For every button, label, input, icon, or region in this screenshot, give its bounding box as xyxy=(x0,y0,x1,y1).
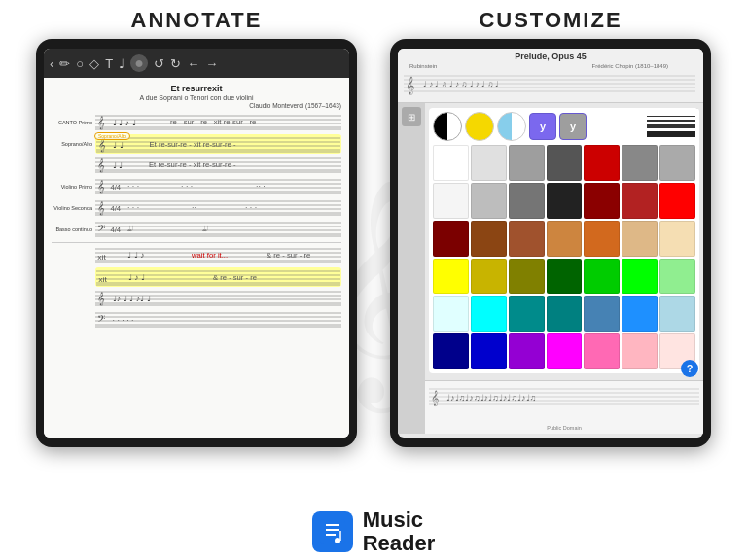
back-icon[interactable]: ‹ xyxy=(50,56,53,71)
staff-label-soprano: Soprano/Alto xyxy=(52,141,95,147)
svg-text:Et    re-sur-re - xit    re-su: Et re-sur-re - xit re-sur-re - xyxy=(149,160,236,169)
svg-rect-98 xyxy=(320,519,345,544)
color-circle-yellow[interactable] xyxy=(465,112,494,141)
color-swatch[interactable] xyxy=(584,145,620,181)
help-button[interactable]: ? xyxy=(681,360,698,377)
color-swatch[interactable] xyxy=(471,183,507,219)
grid-view-button[interactable]: ⊞ xyxy=(402,107,421,126)
color-swatch[interactable] xyxy=(471,333,507,369)
second-section-staff-hl: xit ♩ ♪ ♩ & re - sur - re xyxy=(95,267,341,287)
color-swatch[interactable] xyxy=(622,296,658,332)
color-swatch[interactable] xyxy=(659,221,695,257)
redo-icon[interactable]: ↻ xyxy=(170,56,181,71)
brand-logo-icon xyxy=(318,517,347,546)
line-thin[interactable] xyxy=(647,116,695,117)
music-icon[interactable]: ♩ xyxy=(119,56,124,71)
section-divider xyxy=(52,242,341,243)
customize-tablet: Prelude, Opus 45 Rubinstein Frédéric Cho… xyxy=(390,39,711,447)
color-swatch[interactable] xyxy=(584,333,620,369)
color-swatch[interactable] xyxy=(433,259,469,295)
color-swatch[interactable] xyxy=(547,145,583,181)
color-swatch[interactable] xyxy=(547,296,583,332)
svg-text:·  ·  ·: · · · xyxy=(127,202,139,212)
undo-icon[interactable]: ↺ xyxy=(154,56,164,71)
color-swatch[interactable] xyxy=(584,221,620,257)
staff-row-soprano: Soprano/Alto 𝄞 ♩ ♩ Et re-sur-re - x xyxy=(52,134,341,154)
color-swatch[interactable] xyxy=(547,259,583,295)
color-circle-lightblue[interactable] xyxy=(497,112,526,141)
second-section-row2: 𝄞 ♩♪ ♩ ♩ ♪♩ ♩ xyxy=(52,289,341,308)
color-swatch[interactable] xyxy=(584,183,620,219)
arrow-left-icon[interactable]: ← xyxy=(187,56,199,71)
svg-text:𝄞: 𝄞 xyxy=(97,158,105,173)
color-swatch[interactable] xyxy=(509,333,545,369)
svg-text:4/4: 4/4 xyxy=(110,204,121,213)
color-swatch[interactable] xyxy=(547,183,583,219)
color-circle-bw[interactable] xyxy=(433,112,462,141)
color-swatch[interactable] xyxy=(659,259,695,295)
color-swatch[interactable] xyxy=(509,259,545,295)
color-swatch[interactable] xyxy=(622,259,658,295)
customize-header-staff: 𝄞 ♩ ♪ ♩ ♫ ♩ ♪ ♫ ♩ ♪ ♩ ♫ ♩ xyxy=(404,71,697,95)
color-grid-top-row: y y xyxy=(433,112,695,141)
color-swatch[interactable] xyxy=(659,296,695,332)
bottom-branding: Music Reader xyxy=(312,501,436,560)
color-picker-panel: y y xyxy=(429,108,699,373)
staff-row-2: 𝄞 ♩ ♩ Et re-sur-re - xit re-sur-re - xyxy=(52,156,341,175)
arrow-right-icon[interactable]: → xyxy=(205,56,218,71)
color-swatch[interactable] xyxy=(547,221,583,257)
line-thick[interactable] xyxy=(647,124,695,128)
staff-lines-violino-primo: 𝄞 4/4 · · · · · · ·· · xyxy=(95,177,341,196)
pencil-icon[interactable]: ✏ xyxy=(59,56,70,71)
color-swatch[interactable] xyxy=(622,221,658,257)
line-thickest[interactable] xyxy=(647,131,695,137)
brand-text: Music Reader xyxy=(363,508,436,555)
svg-text:·· ·: ·· · xyxy=(256,181,266,191)
svg-text:♩ ♩ ♪ ♩: ♩ ♩ ♪ ♩ xyxy=(113,118,136,127)
brush-icon[interactable]: ○ xyxy=(76,56,84,71)
color-swatch[interactable] xyxy=(433,333,469,369)
customize-body: ⊞ ✕ xyxy=(398,103,703,434)
color-swatch[interactable] xyxy=(509,221,545,257)
svg-text:re - sur - re - xit    re-sur : re - sur - re - xit re-sur - re - xyxy=(170,118,262,126)
color-swatch[interactable] xyxy=(659,183,695,219)
text-icon[interactable]: T xyxy=(105,56,113,71)
color-swatch[interactable] xyxy=(622,333,658,369)
staff-label-violino-primo: Violino Primo xyxy=(52,184,95,190)
staff-label-basso: Basso continuo xyxy=(52,227,95,232)
color-swatch[interactable] xyxy=(547,333,583,369)
circle-tool-icon[interactable]: ● xyxy=(130,54,148,72)
customize-score-header-row: Rubinstein Frédéric Chopin (1810–1849) xyxy=(404,61,697,71)
color-swatch[interactable] xyxy=(584,296,620,332)
color-swatch[interactable] xyxy=(471,221,507,257)
color-swatch[interactable] xyxy=(471,259,507,295)
top-section: ANNOTATE ‹ ✏ ○ ◇ T ♩ ● ↺ ↻ ← → xyxy=(0,0,747,501)
line-medium[interactable] xyxy=(647,120,695,122)
color-swatch[interactable] xyxy=(471,296,507,332)
highlight-icon[interactable]: ◇ xyxy=(89,56,99,71)
svg-text:4/4: 4/4 xyxy=(110,183,121,192)
svg-text:𝄞: 𝄞 xyxy=(406,76,414,95)
line-samples xyxy=(647,116,695,137)
staff-label-canto: CANTO Primo xyxy=(52,120,95,125)
staff-lines-soprano: 𝄞 ♩ ♩ Et re-sur-re - xit re-sur-re - xyxy=(95,134,341,154)
color-swatch[interactable] xyxy=(433,296,469,332)
y-button-purple[interactable]: y xyxy=(529,113,556,140)
color-swatch[interactable] xyxy=(659,145,695,181)
color-swatch[interactable] xyxy=(433,145,469,181)
color-swatch[interactable] xyxy=(622,145,658,181)
color-swatch[interactable] xyxy=(622,183,658,219)
annotate-screen: ‹ ✏ ○ ◇ T ♩ ● ↺ ↻ ← → Et resurrexit A du… xyxy=(44,49,349,438)
color-swatch[interactable] xyxy=(584,259,620,295)
y-button-gray[interactable]: y xyxy=(559,113,587,140)
second-section-row1: xit ♩ ♩ ♪ wait for it... & re - sur - re xyxy=(52,246,341,265)
color-swatch[interactable] xyxy=(433,183,469,219)
color-swatch[interactable] xyxy=(471,145,507,181)
color-swatch[interactable] xyxy=(509,296,545,332)
annotate-tablet: ‹ ✏ ○ ◇ T ♩ ● ↺ ↻ ← → Et resurrexit A du… xyxy=(36,39,357,447)
color-swatch[interactable] xyxy=(433,221,469,257)
second-section-row-highlighted: xit ♩ ♪ ♩ & re - sur - re xyxy=(52,267,341,287)
color-swatch[interactable] xyxy=(509,183,545,219)
color-swatch[interactable] xyxy=(509,145,545,181)
svg-text:𝅗𝅥   𝅗𝅥: 𝅗𝅥 𝅗𝅥 xyxy=(127,224,133,233)
